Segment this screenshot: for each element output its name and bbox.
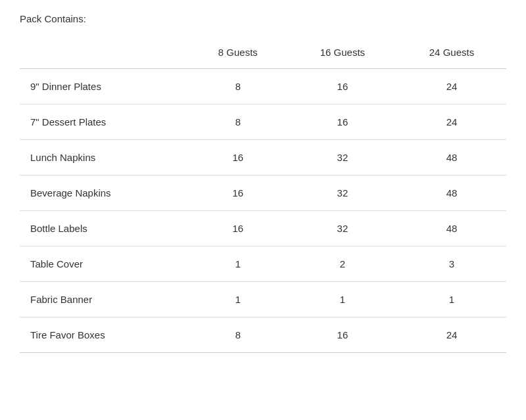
item-name: Lunch Napkins [20,140,188,175]
item-name: Fabric Banner [20,282,188,317]
pack-contents-table: 8 Guests 16 Guests 24 Guests 9" Dinner P… [20,40,506,353]
col-value-guests24: 48 [397,211,506,246]
col-header-item [20,40,188,69]
table-row: 9" Dinner Plates81624 [20,69,506,105]
col-value-guests16: 32 [288,175,397,211]
col-value-guests8: 8 [188,317,288,353]
col-header-24guests: 24 Guests [397,40,506,69]
table-row: Lunch Napkins163248 [20,140,506,175]
item-name: Beverage Napkins [20,175,188,211]
table-row: Tire Favor Boxes81624 [20,317,506,353]
col-value-guests24: 3 [397,246,506,282]
col-value-guests24: 48 [397,140,506,175]
col-value-guests8: 16 [188,211,288,246]
col-value-guests24: 24 [397,69,506,105]
item-name: Table Cover [20,246,188,282]
col-value-guests16: 32 [288,140,397,175]
table-row: Fabric Banner111 [20,282,506,317]
col-value-guests24: 48 [397,175,506,211]
item-name: 9" Dinner Plates [20,69,188,105]
col-header-8guests: 8 Guests [188,40,288,69]
header-row: 8 Guests 16 Guests 24 Guests [20,40,506,69]
col-value-guests24: 1 [397,282,506,317]
table-row: Table Cover123 [20,246,506,282]
table-row: 7" Dessert Plates81624 [20,105,506,140]
col-header-16guests: 16 Guests [288,40,397,69]
col-value-guests16: 16 [288,69,397,105]
item-name: 7" Dessert Plates [20,105,188,140]
col-value-guests8: 16 [188,140,288,175]
col-value-guests16: 16 [288,105,397,140]
col-value-guests24: 24 [397,105,506,140]
col-value-guests8: 1 [188,282,288,317]
col-value-guests8: 8 [188,69,288,105]
col-value-guests8: 16 [188,175,288,211]
col-value-guests16: 1 [288,282,397,317]
item-name: Tire Favor Boxes [20,317,188,353]
col-value-guests24: 24 [397,317,506,353]
pack-contains-label: Pack Contains: [20,13,506,24]
col-value-guests16: 2 [288,246,397,282]
col-value-guests16: 16 [288,317,397,353]
col-value-guests8: 8 [188,105,288,140]
col-value-guests8: 1 [188,246,288,282]
col-value-guests16: 32 [288,211,397,246]
table-row: Beverage Napkins163248 [20,175,506,211]
table-header: 8 Guests 16 Guests 24 Guests [20,40,506,69]
table-row: Bottle Labels163248 [20,211,506,246]
table-body: 9" Dinner Plates816247" Dessert Plates81… [20,69,506,353]
item-name: Bottle Labels [20,211,188,246]
